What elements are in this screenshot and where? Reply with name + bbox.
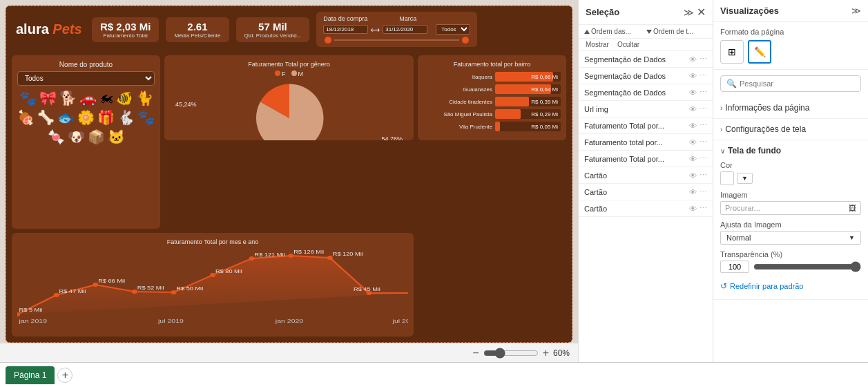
reset-label: Redefinir para padrão xyxy=(730,282,803,290)
selection-item-3[interactable]: Url img 👁 ⋯ xyxy=(579,101,713,117)
image-adjust-label: Ajusta da Imagem xyxy=(720,220,861,229)
arrow-up-icon xyxy=(584,30,590,34)
selection-item-9[interactable]: Cartão 👁 ⋯ xyxy=(579,200,713,217)
browse-icon[interactable]: 🖼 xyxy=(849,204,856,212)
svg-text:R$ 66 Mil: R$ 66 Mil xyxy=(98,279,125,284)
svg-text:jan 2019: jan 2019 xyxy=(19,318,48,324)
bar-row-1: Guaianazes R$ 0,64 Mi xyxy=(423,84,561,94)
eye-icon-5[interactable]: 👁 xyxy=(689,138,697,147)
expand-icon[interactable]: ≫ xyxy=(684,7,694,18)
eye-icon-2[interactable]: 👁 xyxy=(689,88,697,97)
svg-point-8 xyxy=(327,256,333,260)
transparency-slider[interactable] xyxy=(753,261,861,272)
date-to-input[interactable] xyxy=(383,25,427,34)
more-icon-5[interactable]: ⋯ xyxy=(700,138,707,147)
more-icon-2[interactable]: ⋯ xyxy=(700,88,707,97)
eye-icon-6[interactable]: 👁 xyxy=(689,155,697,163)
more-icon-7[interactable]: ⋯ xyxy=(700,171,707,180)
svg-point-4 xyxy=(171,290,176,294)
image-placeholder-text: Procurar... xyxy=(725,204,846,212)
eye-icon-9[interactable]: 👁 xyxy=(689,205,697,213)
selection-item-8[interactable]: Cartão 👁 ⋯ xyxy=(579,184,713,200)
more-icon-3[interactable]: ⋯ xyxy=(700,104,707,113)
item-name-2: Segmentação de Dados xyxy=(584,88,686,97)
more-icon-9[interactable]: ⋯ xyxy=(700,204,707,213)
eye-icon-0[interactable]: 👁 xyxy=(689,55,697,64)
adjust-chevron-icon: ▼ xyxy=(849,234,855,241)
reset-button[interactable]: ↺ Redefinir para padrão xyxy=(720,279,803,294)
line-chart-title: Faturamento Total por mes e ano xyxy=(17,238,408,245)
selection-item-0[interactable]: Segmentação de Dados 👁 ⋯ xyxy=(579,51,713,68)
order-layer-label: Ordem das... xyxy=(591,28,631,35)
svg-point-1 xyxy=(54,293,59,297)
more-icon-8[interactable]: ⋯ xyxy=(700,187,707,196)
brand-dropdown[interactable]: Todos xyxy=(436,24,470,35)
page-info-label: Informações da página xyxy=(725,103,809,113)
kpi-value-0: R$ 2,03 Mi xyxy=(100,21,151,32)
search-input[interactable] xyxy=(740,79,855,88)
zoom-minus-button[interactable]: − xyxy=(472,347,479,359)
selection-item-6[interactable]: Faturamento Total por... 👁 ⋯ xyxy=(579,151,713,167)
right-panel: Seleção ≫ ✕ Ordem das... Ordem de t... xyxy=(578,0,868,362)
kpi-card-0: R$ 2,03 Mi Faturamento Total xyxy=(92,17,159,42)
selection-item-4[interactable]: Faturamento Total por... 👁 ⋯ xyxy=(579,117,713,134)
zoom-plus-button[interactable]: + xyxy=(543,347,549,359)
pie-legend-m: M xyxy=(298,70,304,77)
date-from-input[interactable] xyxy=(323,25,368,34)
pie-chart-title: Faturamento Total por gênero xyxy=(170,61,408,68)
bar-row-2: Cidade tiradentes R$ 0,39 Mi xyxy=(423,97,561,106)
more-icon-6[interactable]: ⋯ xyxy=(700,154,707,163)
image-adjust-dropdown[interactable]: Normal ▼ xyxy=(720,231,861,245)
item-name-0: Segmentação de Dados xyxy=(584,55,686,64)
kpi-card-2: 57 Mil Qtd. Produtos Vendid... xyxy=(236,17,310,42)
more-icon-1[interactable]: ⋯ xyxy=(700,71,707,80)
selection-item-7[interactable]: Cartão 👁 ⋯ xyxy=(579,167,713,184)
bg-chevron-icon[interactable]: ∨ xyxy=(720,147,725,155)
item-name-7: Cartão xyxy=(584,171,686,180)
more-icon-4[interactable]: ⋯ xyxy=(700,121,707,130)
color-box[interactable] xyxy=(720,171,734,185)
page-info-arrow: › xyxy=(720,104,722,112)
screen-config-section[interactable]: › Configurações de tela xyxy=(713,119,868,140)
page-info-section[interactable]: › Informações da página xyxy=(713,97,868,119)
order-layer-button[interactable]: Ordem das... xyxy=(584,28,645,35)
add-page-button[interactable]: + xyxy=(57,368,73,383)
bar-row-4: Vila Prudente R$ 0,05 Mi xyxy=(423,122,561,131)
item-name-6: Faturamento Total por... xyxy=(584,155,686,163)
kpi-label-2: Qtd. Produtos Vendid... xyxy=(244,32,302,39)
order-tab-button[interactable]: Ordem de t... xyxy=(646,28,707,35)
transparency-input[interactable] xyxy=(720,261,749,273)
selection-item-1[interactable]: Segmentação de Dados 👁 ⋯ xyxy=(579,68,713,84)
selection-item-2[interactable]: Segmentação de Dados 👁 ⋯ xyxy=(579,84,713,101)
color-dropdown[interactable]: ▼ xyxy=(737,173,753,184)
eye-icon-3[interactable]: 👁 xyxy=(689,105,697,113)
image-label: Imagem xyxy=(720,191,861,199)
viz-expand-icon[interactable]: ≫ xyxy=(851,6,861,16)
eye-icon-7[interactable]: 👁 xyxy=(689,171,697,180)
product-title: Nome do produto xyxy=(17,61,155,68)
eye-icon-4[interactable]: 👁 xyxy=(689,122,697,130)
image-adjust-value: Normal xyxy=(726,234,846,242)
item-name-1: Segmentação de Dados xyxy=(584,72,686,80)
order-tab-label: Ordem de t... xyxy=(653,28,693,35)
color-label: Cor xyxy=(720,161,861,169)
svg-text:R$ 126 Mil: R$ 126 Mil xyxy=(293,249,324,255)
background-section: ∨ Tela de fundo Cor ▼ xyxy=(713,140,868,300)
eye-icon-1[interactable]: 👁 xyxy=(689,72,697,80)
eye-icon-8[interactable]: 👁 xyxy=(689,188,697,196)
item-name-5: Faturamento total por... xyxy=(584,138,686,147)
zoom-slider[interactable] xyxy=(483,348,539,359)
more-icon-0[interactable]: ⋯ xyxy=(700,55,707,64)
show-button[interactable]: Mostrar xyxy=(586,41,609,48)
product-dropdown[interactable]: Todos xyxy=(17,71,155,86)
close-icon[interactable]: ✕ xyxy=(697,6,706,19)
page-tab[interactable]: Página 1 xyxy=(6,366,55,384)
date-filter[interactable]: Data de compra Marca ⟷ Todos xyxy=(316,12,477,47)
selection-item-5[interactable]: Faturamento total por... 👁 ⋯ xyxy=(579,134,713,151)
logo: alura Pets xyxy=(16,21,85,37)
hide-button[interactable]: Ocultar xyxy=(617,41,639,48)
format-table-button[interactable]: ⊞ xyxy=(720,40,744,64)
format-edit-button[interactable]: ✏️ xyxy=(748,40,771,64)
item-name-9: Cartão xyxy=(584,205,686,213)
svg-point-3 xyxy=(132,290,137,294)
